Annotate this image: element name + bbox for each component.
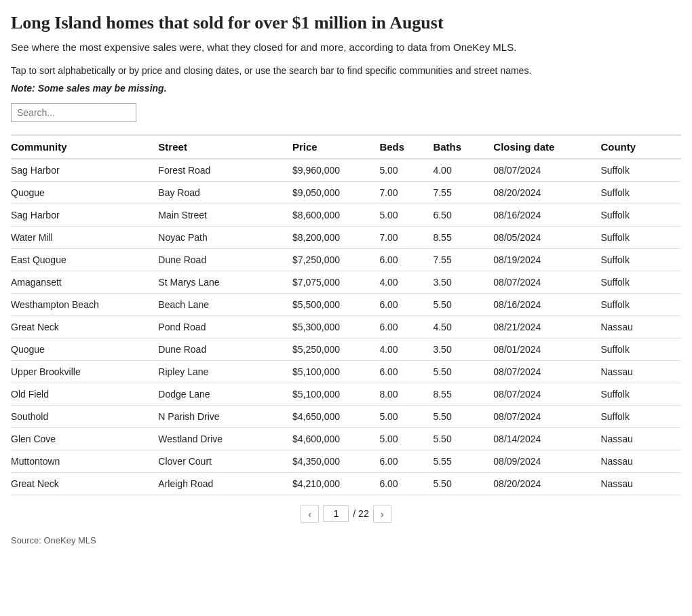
table-row: Glen CoveWestland Drive$4,600,0005.005.5… xyxy=(11,427,681,450)
cell-baths: 3.50 xyxy=(433,338,493,360)
cell-community: Westhampton Beach xyxy=(11,293,158,315)
cell-closing: 08/07/2024 xyxy=(493,159,600,182)
cell-closing: 08/07/2024 xyxy=(493,271,600,293)
page-number-input[interactable] xyxy=(323,505,349,522)
cell-price: $4,350,000 xyxy=(292,450,379,472)
table-row: QuogueBay Road$9,050,0007.007.5508/20/20… xyxy=(11,181,681,204)
cell-beds: 5.00 xyxy=(379,405,433,427)
cell-closing: 08/16/2024 xyxy=(493,293,600,315)
cell-community: Quogue xyxy=(11,338,158,360)
cell-street: St Marys Lane xyxy=(158,271,292,293)
cell-baths: 5.50 xyxy=(433,472,493,495)
cell-community: Amagansett xyxy=(11,271,158,293)
col-header-baths[interactable]: Baths xyxy=(433,135,493,159)
cell-community: Upper Brookville xyxy=(11,360,158,383)
table-row: Sag HarborMain Street$8,600,0005.006.500… xyxy=(11,204,681,226)
table-row: Great NeckPond Road$5,300,0006.004.5008/… xyxy=(11,315,681,338)
cell-beds: 4.00 xyxy=(379,271,433,293)
next-page-button[interactable]: › xyxy=(373,505,391,523)
table-row: Water MillNoyac Path$8,200,0007.008.5508… xyxy=(11,226,681,248)
table-row: Great NeckArleigh Road$4,210,0006.005.50… xyxy=(11,472,681,495)
cell-closing: 08/01/2024 xyxy=(493,338,600,360)
cell-baths: 5.50 xyxy=(433,405,493,427)
cell-street: Dune Road xyxy=(158,338,292,360)
cell-county: Suffolk xyxy=(600,271,681,293)
cell-closing: 08/16/2024 xyxy=(493,204,600,226)
cell-baths: 3.50 xyxy=(433,271,493,293)
cell-county: Nassau xyxy=(600,315,681,338)
subtitle: See where the most expensive sales were,… xyxy=(11,40,681,56)
table-row: AmagansettSt Marys Lane$7,075,0004.003.5… xyxy=(11,271,681,293)
table-row: SoutholdN Parish Drive$4,650,0005.005.50… xyxy=(11,405,681,427)
cell-street: Beach Lane xyxy=(158,293,292,315)
cell-baths: 5.50 xyxy=(433,360,493,383)
cell-beds: 6.00 xyxy=(379,248,433,271)
table-header-row: Community Street Price Beds Baths Closin… xyxy=(11,135,681,159)
table-row: QuogueDune Road$5,250,0004.003.5008/01/2… xyxy=(11,338,681,360)
sort-note: Tap to sort alphabetically or by price a… xyxy=(11,65,681,76)
cell-baths: 5.55 xyxy=(433,450,493,472)
cell-closing: 08/21/2024 xyxy=(493,315,600,338)
cell-community: Southold xyxy=(11,405,158,427)
cell-community: Sag Harbor xyxy=(11,159,158,182)
cell-street: Bay Road xyxy=(158,181,292,204)
cell-baths: 8.55 xyxy=(433,383,493,405)
cell-community: Quogue xyxy=(11,181,158,204)
cell-street: Pond Road xyxy=(158,315,292,338)
prev-page-button[interactable]: ‹ xyxy=(301,505,319,523)
cell-beds: 7.00 xyxy=(379,181,433,204)
cell-price: $4,650,000 xyxy=(292,405,379,427)
cell-baths: 5.50 xyxy=(433,293,493,315)
cell-beds: 4.00 xyxy=(379,338,433,360)
cell-beds: 5.00 xyxy=(379,427,433,450)
col-header-community[interactable]: Community xyxy=(11,135,158,159)
cell-community: Muttontown xyxy=(11,450,158,472)
table-row: MuttontownClover Court$4,350,0006.005.55… xyxy=(11,450,681,472)
cell-closing: 08/05/2024 xyxy=(493,226,600,248)
cell-county: Suffolk xyxy=(600,159,681,182)
col-header-street[interactable]: Street xyxy=(158,135,292,159)
cell-beds: 6.00 xyxy=(379,293,433,315)
cell-county: Suffolk xyxy=(600,338,681,360)
search-container xyxy=(11,103,681,122)
cell-county: Nassau xyxy=(600,360,681,383)
cell-beds: 8.00 xyxy=(379,383,433,405)
cell-baths: 7.55 xyxy=(433,181,493,204)
search-input[interactable] xyxy=(11,103,136,122)
col-header-closing[interactable]: Closing date xyxy=(493,135,600,159)
cell-beds: 6.00 xyxy=(379,450,433,472)
cell-community: East Quogue xyxy=(11,248,158,271)
cell-county: Nassau xyxy=(600,427,681,450)
cell-community: Water Mill xyxy=(11,226,158,248)
cell-county: Suffolk xyxy=(600,181,681,204)
cell-price: $5,300,000 xyxy=(292,315,379,338)
cell-beds: 5.00 xyxy=(379,204,433,226)
table-row: Sag HarborForest Road$9,960,0005.004.000… xyxy=(11,159,681,182)
cell-county: Suffolk xyxy=(600,204,681,226)
cell-baths: 8.55 xyxy=(433,226,493,248)
cell-baths: 4.00 xyxy=(433,159,493,182)
page-total: / 22 xyxy=(353,508,368,519)
cell-closing: 08/07/2024 xyxy=(493,383,600,405)
col-header-beds[interactable]: Beds xyxy=(379,135,433,159)
cell-baths: 7.55 xyxy=(433,248,493,271)
cell-street: Westland Drive xyxy=(158,427,292,450)
page-title: Long Island homes that sold for over $1 … xyxy=(11,12,681,33)
cell-county: Nassau xyxy=(600,472,681,495)
cell-closing: 08/07/2024 xyxy=(493,405,600,427)
col-header-price[interactable]: Price xyxy=(292,135,379,159)
cell-closing: 08/20/2024 xyxy=(493,181,600,204)
cell-county: Suffolk xyxy=(600,383,681,405)
cell-price: $8,600,000 xyxy=(292,204,379,226)
sales-table: Community Street Price Beds Baths Closin… xyxy=(11,134,681,495)
cell-beds: 6.00 xyxy=(379,360,433,383)
cell-county: Suffolk xyxy=(600,248,681,271)
col-header-county[interactable]: County xyxy=(600,135,681,159)
cell-county: Suffolk xyxy=(600,405,681,427)
cell-community: Old Field xyxy=(11,383,158,405)
cell-beds: 5.00 xyxy=(379,159,433,182)
cell-closing: 08/20/2024 xyxy=(493,472,600,495)
cell-community: Great Neck xyxy=(11,315,158,338)
cell-price: $5,100,000 xyxy=(292,383,379,405)
cell-street: Clover Court xyxy=(158,450,292,472)
